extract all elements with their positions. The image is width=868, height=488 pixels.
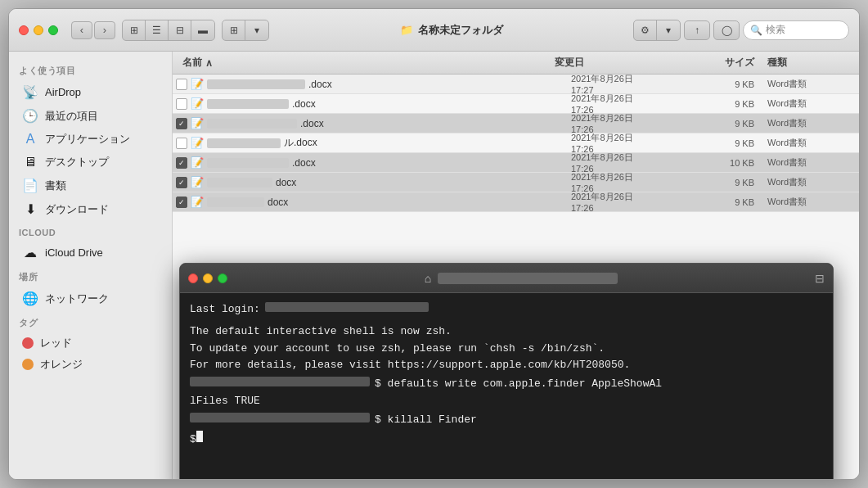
file-checkbox[interactable]: ✓ xyxy=(176,197,187,208)
view-icons-btn[interactable]: ⊞ xyxy=(123,20,146,40)
terminal-close-btn[interactable] xyxy=(188,273,198,283)
terminal-minimize-btn[interactable] xyxy=(203,273,213,283)
file-size: 9 KB xyxy=(663,78,761,91)
sidebar-item-airdrop[interactable]: 📡 AirDrop xyxy=(12,80,169,104)
icloud-drive-icon: ☁ xyxy=(22,245,38,260)
file-kind: Word書類 xyxy=(761,194,859,210)
table-row[interactable]: 📝 .docx 2021年8月26日 17:27 9 KB Word書類 xyxy=(173,75,859,94)
table-row[interactable]: 📝 ル.docx 2021年8月26日 17:26 9 KB Word書類 xyxy=(173,133,859,153)
tag-red-label: レッド xyxy=(40,336,72,350)
search-box[interactable]: 🔍 検索 xyxy=(743,20,849,40)
toolbar-right: ⚙ ▾ ↑ ◯ 🔍 検索 xyxy=(633,20,849,41)
back-button[interactable]: ‹ xyxy=(71,21,92,39)
file-kind: Word書類 xyxy=(761,96,859,111)
file-name-blurred xyxy=(207,138,281,148)
sidebar-item-downloads[interactable]: ⬇ ダウンロード xyxy=(12,197,169,221)
terminal-window: ⌂ ⊟ Last login: The default interactive … xyxy=(179,263,834,480)
file-checkbox[interactable]: ✓ xyxy=(176,177,187,188)
terminal-last-login-line: Last login: xyxy=(190,301,823,319)
col-name-header[interactable]: 名前 ∧ xyxy=(173,56,548,70)
sidebar-item-network[interactable]: 🌐 ネットワーク xyxy=(12,287,169,310)
action-group: ⚙ ▾ xyxy=(633,20,681,41)
file-kind: Word書類 xyxy=(761,155,859,170)
view-list-btn[interactable]: ☰ xyxy=(146,20,169,40)
file-name-suffix: docx xyxy=(276,177,296,188)
file-type-icon: 📝 xyxy=(191,117,204,129)
file-type-icon: 📝 xyxy=(191,97,204,110)
terminal-line-2: To update your account to use zsh, pleas… xyxy=(190,341,823,358)
gear-btn[interactable]: ⚙ xyxy=(634,20,657,40)
section-favorites-title: よく使う項目 xyxy=(9,58,172,80)
sidebar-item-recent[interactable]: 🕒 最近の項目 xyxy=(12,104,169,128)
sidebar-tag-red[interactable]: レッド xyxy=(12,332,169,354)
col-size-header[interactable]: サイズ xyxy=(695,56,761,70)
file-checkbox[interactable]: ✓ xyxy=(176,157,187,169)
terminal-body[interactable]: Last login: The default interactive shel… xyxy=(180,293,833,480)
section-tags-title: タグ xyxy=(9,310,172,332)
file-checkbox[interactable] xyxy=(176,138,187,149)
file-size: 9 KB xyxy=(663,117,761,130)
terminal-maximize-btn[interactable] xyxy=(218,273,227,283)
nav-buttons: ‹ › xyxy=(71,21,115,39)
minimize-button[interactable] xyxy=(34,25,43,35)
file-type-icon: 📝 xyxy=(191,156,204,169)
forward-button[interactable]: › xyxy=(94,21,115,39)
traffic-lights xyxy=(19,25,58,35)
section-places-title: 場所 xyxy=(9,264,172,287)
network-icon: 🌐 xyxy=(22,291,38,306)
file-name-blurred xyxy=(207,79,305,89)
table-row[interactable]: ✓ 📝 .docx 2021年8月26日 17:26 9 KB Word書類 xyxy=(173,114,859,133)
sidebar-item-icloud-drive[interactable]: ☁ iCloud Drive xyxy=(12,241,169,264)
file-kind: Word書類 xyxy=(761,174,859,190)
terminal-resize-icon[interactable]: ⊟ xyxy=(815,272,825,285)
terminal-cursor xyxy=(196,431,203,442)
sidebar-item-desktop[interactable]: 🖥 デスクトップ xyxy=(12,151,169,174)
sidebar-label-icloud-drive: iCloud Drive xyxy=(45,246,103,259)
view-grid-dropdown-btn[interactable]: ▾ xyxy=(245,20,268,40)
share-btn[interactable]: ↑ xyxy=(684,20,710,40)
col-date-header[interactable]: 変更日 xyxy=(548,56,695,70)
sidebar-label-network: ネットワーク xyxy=(45,291,109,306)
file-type-icon: 📝 xyxy=(191,137,204,149)
file-size: 9 KB xyxy=(663,196,761,209)
terminal-title-bar: ⌂ ⊟ xyxy=(180,264,833,293)
file-name-blurred xyxy=(207,119,297,129)
table-row[interactable]: ✓ 📝 .docx 2021年8月26日 17:26 10 KB Word書類 xyxy=(173,153,859,173)
sidebar: よく使う項目 📡 AirDrop 🕒 最近の項目 A アプリケーション 🖥 デス… xyxy=(9,52,173,479)
sidebar-item-applications[interactable]: A アプリケーション xyxy=(12,128,169,151)
desktop-icon: 🖥 xyxy=(22,155,38,169)
airdrop-icon: 📡 xyxy=(22,84,38,100)
finder-window: ‹ › ⊞ ☰ ⊟ ▬ ⊞ ▾ 📁 名称未定フォルダ ⚙ ▾ ↑ ◯ 🔍 xyxy=(8,8,860,480)
search-icon: 🔍 xyxy=(750,25,762,36)
sidebar-tag-orange[interactable]: オレンジ xyxy=(12,354,169,375)
window-title: 名称未定フォルダ xyxy=(418,23,503,38)
table-row[interactable]: ✓ 📝 docx 2021年8月26日 17:26 9 KB Word書類 xyxy=(173,192,859,212)
view-columns-btn[interactable]: ⊟ xyxy=(169,20,191,40)
file-size: 9 KB xyxy=(663,137,761,150)
downloads-icon: ⬇ xyxy=(22,201,38,217)
file-checkbox[interactable] xyxy=(176,79,187,90)
search-placeholder: 検索 xyxy=(766,23,785,37)
gear-dropdown-btn[interactable]: ▾ xyxy=(657,20,680,40)
tag-orange-label: オレンジ xyxy=(40,357,83,372)
file-name-blurred xyxy=(207,178,272,188)
view-cover-btn[interactable]: ▬ xyxy=(191,20,214,40)
col-kind-header[interactable]: 種類 xyxy=(761,56,859,70)
table-row[interactable]: 📝 .docx 2021年8月26日 17:26 9 KB Word書類 xyxy=(173,94,859,114)
file-size: 9 KB xyxy=(663,97,761,111)
file-name-cell: 📝 .docx xyxy=(187,156,564,169)
table-row[interactable]: ✓ 📝 docx 2021年8月26日 17:26 9 KB Word書類 xyxy=(173,173,859,192)
tag-btn[interactable]: ◯ xyxy=(713,20,740,40)
maximize-button[interactable] xyxy=(48,25,58,35)
sidebar-item-documents[interactable]: 📄 書類 xyxy=(12,174,169,197)
file-checkbox[interactable]: ✓ xyxy=(176,118,187,129)
terminal-command2-line: $ killall Finder xyxy=(190,412,823,429)
close-button[interactable] xyxy=(19,25,29,35)
file-name-cell: 📝 .docx xyxy=(187,117,564,129)
prompt-blurred-2 xyxy=(190,413,370,422)
view-grid-btn[interactable]: ⊞ xyxy=(223,20,245,40)
file-name-suffix: docx xyxy=(268,197,288,208)
file-checkbox[interactable] xyxy=(176,98,187,110)
sidebar-label-documents: 書類 xyxy=(45,178,66,193)
file-name-suffix: .docx xyxy=(292,98,316,110)
